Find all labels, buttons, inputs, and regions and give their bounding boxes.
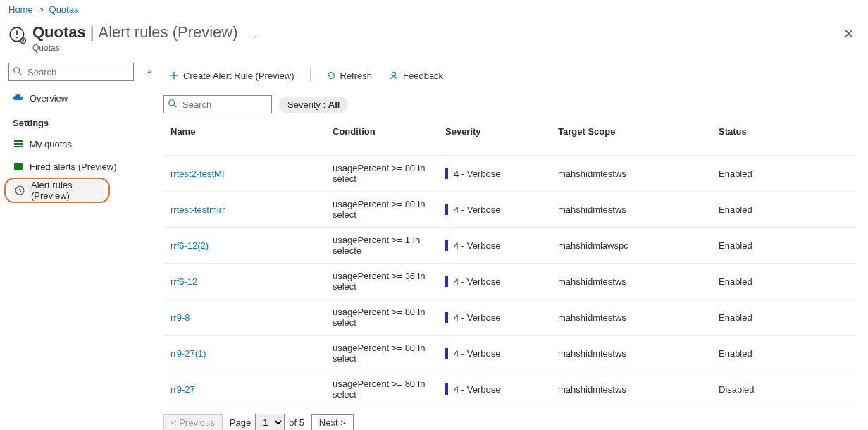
sidebar-item-alert-rules[interactable]: Alert rules (Preview): [10, 180, 104, 200]
quotas-icon: [8, 26, 27, 44]
breadcrumb-quotas[interactable]: Quotas: [49, 4, 79, 15]
sidebar-item-label: Overview: [30, 93, 68, 104]
severity-filter-pill[interactable]: Severity : All: [279, 97, 348, 113]
pager-next-button[interactable]: Next >: [311, 414, 354, 431]
rule-status: Enabled: [712, 264, 857, 300]
col-condition[interactable]: Condition: [326, 119, 438, 156]
svg-point-2: [16, 37, 18, 38]
col-name[interactable]: Name: [163, 119, 326, 156]
page-title: Quotas: [32, 23, 86, 42]
svg-point-4: [14, 68, 20, 73]
rule-severity: 4 - Verbose: [445, 276, 544, 287]
filter-search-input[interactable]: [163, 95, 272, 113]
col-severity[interactable]: Severity: [438, 119, 551, 156]
refresh-icon: [326, 70, 336, 80]
sidebar-item-label: Alert rules (Preview): [31, 180, 100, 201]
sidebar-item-label: Fired alerts (Preview): [30, 161, 117, 172]
rule-severity: 4 - Verbose: [445, 348, 544, 359]
table-row: rrtest-testmirrusagePercent >= 80 In sel…: [163, 192, 857, 228]
page-type: Quotas: [32, 43, 261, 53]
pill-value: All: [328, 99, 340, 110]
rule-name-link[interactable]: rr9-27: [170, 384, 195, 395]
rule-severity: 4 - Verbose: [445, 312, 544, 323]
rule-condition: usagePercent >= 80 In select: [326, 336, 438, 371]
pill-label: Severity :: [287, 99, 328, 110]
sidebar-search-input[interactable]: [8, 63, 134, 81]
rule-scope: mahshidmtestws: [551, 156, 712, 192]
rule-scope: mahshidmlawspc: [551, 228, 712, 264]
rule-status: Enabled: [712, 156, 857, 192]
breadcrumb-sep: >: [38, 4, 44, 15]
close-button[interactable]: ✕: [838, 23, 860, 44]
page-subtitle: Alert rules (Preview): [99, 23, 238, 42]
alert-icon: [13, 161, 24, 172]
rule-scope: mahshidmtestws: [551, 192, 712, 228]
rule-name-link[interactable]: rr9-27(1): [170, 348, 206, 359]
severity-bar-icon: [445, 276, 448, 287]
sidebar-highlight: Alert rules (Preview): [4, 178, 110, 203]
sidebar-item-my-quotas[interactable]: My quotas: [8, 133, 152, 155]
rule-condition: usagePercent >= 80 In select: [326, 371, 438, 407]
table-row: rr9-8usagePercent >= 80 In select4 - Ver…: [163, 300, 857, 336]
rule-condition: usagePercent >= 80 In select: [326, 156, 438, 192]
rule-name-link[interactable]: rrf6-12(2): [170, 240, 209, 251]
svg-line-17: [174, 105, 177, 108]
feedback-icon: [389, 70, 399, 80]
pager: < Previous Page 1 of 5 Next >: [163, 408, 857, 430]
col-status[interactable]: Status: [712, 119, 857, 156]
clock-alert-icon: [14, 185, 25, 196]
create-alert-rule-button[interactable]: Create Alert Rule (Preview): [163, 68, 300, 84]
plus-icon: [169, 70, 179, 80]
pager-page-label: Page: [230, 417, 251, 428]
severity-bar-icon: [445, 240, 448, 251]
sidebar: « Overview Settings My quotas Fired aler…: [0, 60, 158, 430]
table-row: rrf6-12(2)usagePercent >= 1 In selecte4 …: [163, 228, 857, 264]
severity-bar-icon: [445, 348, 448, 359]
rule-condition: usagePercent >= 36 In select: [326, 264, 438, 300]
severity-bar-icon: [445, 168, 448, 179]
severity-bar-icon: [445, 204, 448, 215]
rule-scope: mahshidmtestws: [551, 300, 712, 336]
toolbar-label: Create Alert Rule (Preview): [183, 70, 294, 81]
alert-rules-table-wrap: Name Condition Severity Target Scope Sta…: [163, 119, 857, 408]
page-header: Quotas | Alert rules (Preview) ... Quota…: [0, 19, 868, 60]
table-row: rrtest2-testMIusagePercent >= 80 In sele…: [163, 156, 857, 192]
alert-rules-table: Name Condition Severity Target Scope Sta…: [163, 119, 857, 408]
toolbar-separator: [310, 69, 311, 82]
breadcrumb: Home > Quotas: [0, 0, 868, 19]
search-icon: [13, 66, 23, 76]
rule-name-link[interactable]: rrtest2-testMI: [170, 168, 225, 179]
sidebar-section-settings: Settings: [8, 109, 152, 133]
rule-name-link[interactable]: rrtest-testmirr: [170, 204, 225, 215]
severity-bar-icon: [445, 312, 448, 323]
rule-name-link[interactable]: rr9-8: [170, 312, 190, 323]
rule-severity: 4 - Verbose: [445, 383, 544, 395]
pager-page-select[interactable]: 1: [255, 414, 285, 430]
pager-of-label: of 5: [289, 417, 304, 428]
rule-scope: mahshidmtestws: [551, 264, 712, 300]
pager-prev-button[interactable]: < Previous: [163, 414, 223, 431]
main-content: Create Alert Rule (Preview) Refresh Feed…: [158, 60, 868, 430]
rule-status: Enabled: [712, 336, 857, 371]
rule-name-link[interactable]: rrf6-12: [170, 276, 197, 287]
refresh-button[interactable]: Refresh: [321, 68, 378, 84]
rule-condition: usagePercent >= 80 In select: [326, 192, 438, 228]
cloud-icon: [13, 92, 24, 104]
more-button[interactable]: ...: [251, 28, 261, 39]
sidebar-item-fired-alerts[interactable]: Fired alerts (Preview): [8, 155, 152, 178]
list-icon: [13, 138, 24, 149]
feedback-button[interactable]: Feedback: [383, 68, 449, 84]
rule-severity: 4 - Verbose: [445, 240, 544, 251]
breadcrumb-home[interactable]: Home: [8, 4, 33, 15]
rule-condition: usagePercent >= 80 In select: [326, 300, 438, 336]
table-row: rr9-27(1)usagePercent >= 80 In select4 -…: [163, 336, 857, 371]
title-sep: |: [90, 23, 94, 42]
sidebar-collapse-button[interactable]: «: [147, 67, 152, 77]
svg-line-5: [19, 73, 22, 75]
sidebar-item-overview[interactable]: Overview: [8, 87, 152, 109]
toolbar-label: Refresh: [340, 70, 373, 81]
rule-scope: mahshidmtestws: [551, 371, 712, 407]
col-scope[interactable]: Target Scope: [551, 119, 712, 156]
svg-point-15: [392, 73, 395, 76]
rule-scope: mahshidmtestws: [551, 336, 712, 371]
